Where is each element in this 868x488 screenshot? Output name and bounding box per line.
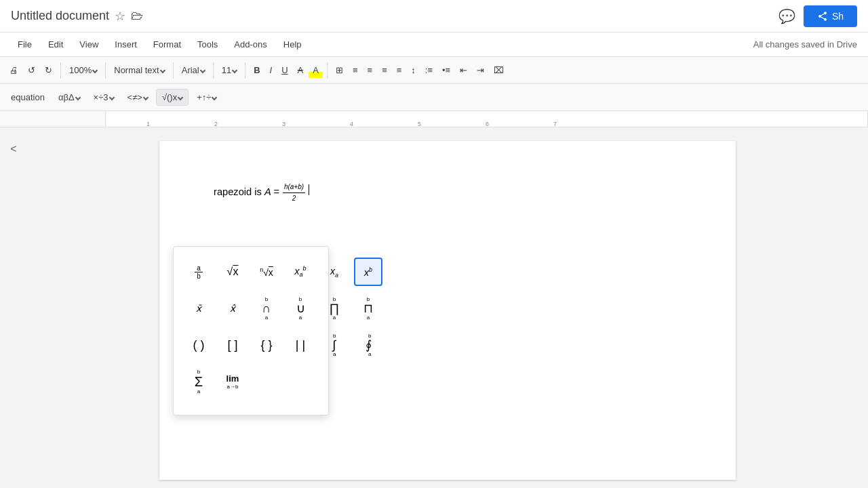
superscript-symbol: xab — [294, 265, 306, 278]
subscript-button[interactable]: xa — [320, 258, 349, 286]
eq-greek-button[interactable]: αβΔ — [53, 89, 85, 105]
ruler-line: 1 2 3 4 5 6 7 — [105, 111, 868, 127]
zoom-chevron — [92, 67, 98, 73]
bold-button[interactable]: B — [250, 62, 264, 78]
toolbar-sep-4 — [213, 62, 214, 79]
size-value: 11 — [222, 65, 231, 75]
superscript-button[interactable]: xab — [286, 258, 315, 286]
eq-relations-button[interactable]: <≠> — [122, 89, 153, 105]
toolbar-sep-6 — [327, 62, 328, 79]
fraction-symbol: a b — [195, 264, 203, 280]
integral-button[interactable]: b ∫ a — [320, 331, 349, 359]
zoom-dropdown[interactable]: 100% — [65, 62, 101, 78]
align-center-button[interactable]: ≡ — [363, 62, 377, 78]
intersection-symbol: b ∩ a — [262, 296, 271, 321]
side-panel: < — [0, 127, 27, 488]
insert-image-button[interactable]: ⊞ — [332, 62, 347, 78]
x-hat-button[interactable]: x̂ — [218, 294, 247, 323]
menu-format[interactable]: Format — [146, 37, 188, 52]
contour-integral-symbol: b ∮ a — [366, 333, 372, 357]
align-right-button[interactable]: ≡ — [378, 62, 391, 78]
document-text: rapezoid is A = h(a+b) 2 — [214, 182, 682, 204]
intersection-button[interactable]: b ∩ a — [252, 294, 281, 323]
contour-integral-button[interactable]: b ∮ a — [354, 331, 382, 359]
comments-icon[interactable]: 💬 — [778, 8, 795, 24]
nth-root-button[interactable]: n√x — [252, 258, 281, 286]
increase-indent-button[interactable]: ⇥ — [473, 62, 488, 78]
unordered-list-button[interactable]: •≡ — [438, 62, 454, 78]
sqrt-button[interactable]: √x — [218, 258, 247, 286]
sqrt-symbol: √x — [227, 266, 239, 278]
subscript-symbol: xa — [330, 266, 338, 279]
share-button[interactable]: Sh — [804, 5, 857, 27]
fraction-button[interactable]: a b — [184, 258, 213, 286]
abs-button[interactable]: | | — [286, 331, 315, 359]
style-chevron — [159, 67, 165, 73]
menu-view[interactable]: View — [73, 37, 105, 52]
decrease-indent-button[interactable]: ⇤ — [456, 62, 471, 78]
x-hat-symbol: x̂ — [230, 303, 235, 314]
coproduct-button[interactable]: b ⊓ a — [354, 294, 382, 323]
eq-arrows-button[interactable]: +↑÷ — [191, 89, 222, 105]
app-title: Untitled document — [11, 9, 109, 23]
menu-addons[interactable]: Add-ons — [227, 37, 273, 52]
math-symbol-popup: a b √x n√x xab xa xb — [173, 246, 329, 415]
limit-button[interactable]: lim a→b — [218, 367, 247, 396]
product-symbol: b ∏ a — [330, 296, 340, 321]
title-right: 💬 Sh — [778, 5, 857, 27]
relations-chevron — [143, 94, 149, 100]
justify-button[interactable]: ≡ — [393, 62, 406, 78]
menu-tools[interactable]: Tools — [191, 37, 224, 52]
menu-insert[interactable]: Insert — [108, 37, 144, 52]
size-dropdown[interactable]: 11 — [218, 62, 241, 78]
ordered-list-button[interactable]: :≡ — [421, 62, 437, 78]
x-bar-button[interactable]: x̄ — [184, 294, 213, 323]
redo-button[interactable]: ↻ — [41, 62, 56, 78]
toolbar-sep-5 — [245, 62, 245, 79]
font-dropdown[interactable]: Arial — [178, 62, 209, 78]
union-button[interactable]: b ∪ a — [286, 294, 315, 323]
print-button[interactable]: 🖨 — [5, 62, 22, 78]
italic-button[interactable]: I — [266, 62, 277, 78]
eq-equation-label[interactable]: equation — [5, 89, 50, 105]
share-icon — [817, 11, 828, 22]
strikethrough-button[interactable]: A — [294, 62, 308, 78]
menu-edit[interactable]: Edit — [41, 37, 70, 52]
integral-symbol: b ∫ a — [333, 333, 336, 357]
doc-container: a b √x n√x xab xa xb — [27, 127, 868, 488]
menu-help[interactable]: Help — [277, 37, 309, 52]
parens-button[interactable]: ( ) — [184, 331, 213, 359]
underline-button[interactable]: U — [277, 62, 292, 78]
braces-button[interactable]: { } — [252, 331, 281, 359]
zoom-value: 100% — [69, 65, 92, 75]
text-before: rapezoid is — [214, 186, 264, 197]
ruler-tick-6: 6 — [486, 121, 489, 127]
style-dropdown[interactable]: Normal text — [110, 62, 168, 78]
menu-file[interactable]: File — [11, 37, 39, 52]
eq-math-button[interactable]: √()x — [156, 89, 189, 106]
clear-format-button[interactable]: ⌧ — [490, 62, 508, 78]
brackets-symbol: [ ] — [227, 338, 237, 352]
ruler-tick-4: 4 — [350, 121, 353, 127]
sum-button[interactable]: b Σ a — [184, 367, 213, 396]
star-icon[interactable]: ☆ — [115, 9, 125, 24]
math-row-1: a b √x n√x xab xa xb — [184, 258, 317, 286]
toolbar-sep-2 — [105, 62, 106, 79]
align-left-button[interactable]: ≡ — [349, 62, 362, 78]
eq-ops-button[interactable]: ×÷3 — [88, 89, 119, 105]
side-collapse-button[interactable]: < — [5, 141, 22, 157]
brackets-button[interactable]: [ ] — [218, 331, 247, 359]
main-area: < a b √x n√x xab — [0, 127, 868, 488]
folder-icon[interactable]: 🗁 — [131, 9, 143, 23]
line-spacing-button[interactable]: ↕ — [407, 62, 420, 78]
font-chevron — [199, 67, 205, 73]
x-bar-symbol: x̄ — [196, 303, 201, 314]
ruler-tick-3: 3 — [282, 121, 285, 127]
highlight-button[interactable]: A — [309, 62, 323, 78]
title-icons: ☆ 🗁 — [115, 9, 143, 24]
undo-button[interactable]: ↺ — [24, 62, 39, 78]
x-power-button[interactable]: xb — [354, 258, 382, 286]
x-power-symbol: xb — [364, 266, 372, 278]
product-button[interactable]: b ∏ a — [320, 294, 349, 323]
size-chevron — [232, 67, 237, 73]
